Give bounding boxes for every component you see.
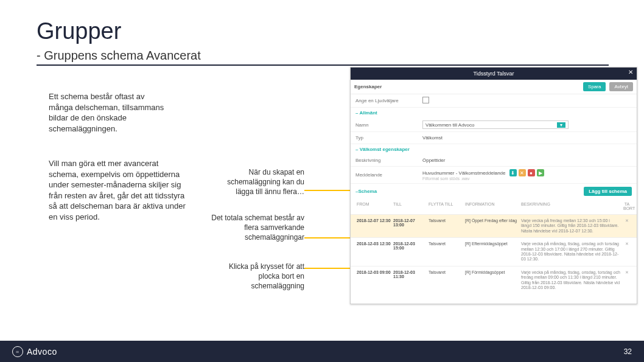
remove-row-icon[interactable]: ✕ [622,217,632,225]
value-description: Öppettider [422,158,632,163]
cell-desc: Varje vecka på fredag mellan 12:30 och 1… [520,217,622,235]
play-icon[interactable]: ▶ [537,169,544,176]
field-description: Beskrivning Öppettider [351,155,637,167]
cell-info: [R] Eftermiddagsöppet [464,240,520,247]
page-title: Grupper [37,18,121,44]
modal-header: Tidsstyrd Talsvar ✕ [351,68,637,80]
download-icon[interactable]: ⬇ [509,169,517,176]
annotation-3: Klicka på krysset för att plocka bort en… [210,262,304,291]
label-message: Meddelande [355,172,422,178]
schedule-header: FROM TILL FLYTTA TILL INFORMATION BESKRI… [351,198,637,214]
cell-desc: Varje vecka på måndag, tisdag, onsdag oc… [520,240,622,263]
schedule-row: 2018-12-03 12:30 2018-12-03 15:00 Talsva… [351,237,637,266]
col-info: INFORMATION [464,201,520,212]
modal-screenshot: Tidsstyrd Talsvar ✕ Egenskaper Spara Avb… [350,67,637,304]
footer: = Advoco 32 [0,341,644,362]
col-remove: TA BORT [622,201,632,212]
value-message: Huvudnummer - Välkomstmeddelande [422,170,506,176]
page-number: 32 [624,347,632,356]
col-to: TILL [392,201,427,212]
label-sound: Ange en Ljudväljare [355,98,422,103]
field-message: Meddelande Huvudnummer - Välkomstmeddela… [351,167,637,184]
section-welcome: – Välkomst egenskaper [351,144,637,155]
record-icon[interactable]: ● [528,169,535,176]
value-type: Välkomst [422,135,632,141]
schedule-row: 2018-12-07 12:30 2018-12-07 13:00 Talsva… [351,214,637,237]
modal-title: Tidsstyrd Talsvar [473,71,514,77]
section-general: – Allmänt [351,108,637,118]
cell-from: 2018-12-07 12:30 [355,217,392,224]
schedule-row: 2018-12-03 09:00 2018-12-03 11:30 Talsva… [351,266,637,294]
slide: Grupper - Gruppens schema Avancerat Ett … [0,0,644,362]
body-paragraph-2: Vill man göra ett mer avancerat schema, … [49,158,189,222]
col-move: FLYTTA TILL [427,201,464,212]
cell-move: Talsvaret [427,269,464,276]
message-hint: Filformat som stöds .wav [422,176,632,181]
close-icon[interactable]: ✕ [628,69,633,75]
col-desc: BESKRIVNING [520,201,622,212]
brand-name: Advoco [27,347,57,357]
cell-move: Talsvaret [427,240,464,247]
cell-info: [R] Förmiddagsöppet [464,269,520,276]
cell-to: 2018-12-03 11:30 [392,269,427,280]
label-description: Beskrivning [355,158,422,163]
title-underline [37,64,609,66]
remove-row-icon[interactable]: ✕ [622,269,632,276]
add-schema-button[interactable]: Lägg till schema [584,187,632,196]
label-name: Namn [355,122,422,128]
checkbox-sound[interactable] [422,97,429,103]
annotation-2: Det totala schemat består av flera samve… [210,213,304,243]
remove-row-icon[interactable]: ✕ [622,240,632,248]
logo-mark-icon: = [12,346,23,357]
cancel-button[interactable]: Avbryt [609,82,633,91]
section-schema: – Schema Lägg till schema [351,184,637,198]
brand-logo: = Advoco [12,346,57,357]
chevron-down-icon: ▾ [557,122,565,128]
save-button[interactable]: Spara [583,82,606,91]
field-type: Typ Välkomst [351,132,637,144]
cell-info: [R] Öppet Fredag efter idag [464,217,520,224]
body-paragraph-1: Ett schema består oftast av många delsch… [49,91,170,134]
field-sound-picker: Ange en Ljudväljare [351,94,637,108]
modal-toolbar: Egenskaper Spara Avbryt [351,80,637,94]
col-from: FROM [355,201,392,212]
tab-properties[interactable]: Egenskaper [354,84,382,89]
cell-move: Talsvaret [427,217,464,224]
cell-to: 2018-12-03 15:00 [392,240,427,251]
cell-from: 2018-12-03 09:00 [355,269,392,276]
label-type: Typ [355,135,422,141]
cell-to: 2018-12-07 13:00 [392,217,427,228]
annotation-1: När du skapat en schemaläggning kan du l… [210,167,304,197]
cell-from: 2018-12-03 12:30 [355,240,392,247]
select-name[interactable]: Välkommen till Advoco▾ [422,120,569,129]
cell-desc: Varje vecka på måndag, tisdag, onsdag, t… [520,269,622,292]
field-name: Namn Välkommen till Advoco▾ [351,118,637,132]
page-subtitle: - Gruppens schema Avancerat [37,49,201,63]
delete-icon[interactable]: ✕ [519,169,526,176]
